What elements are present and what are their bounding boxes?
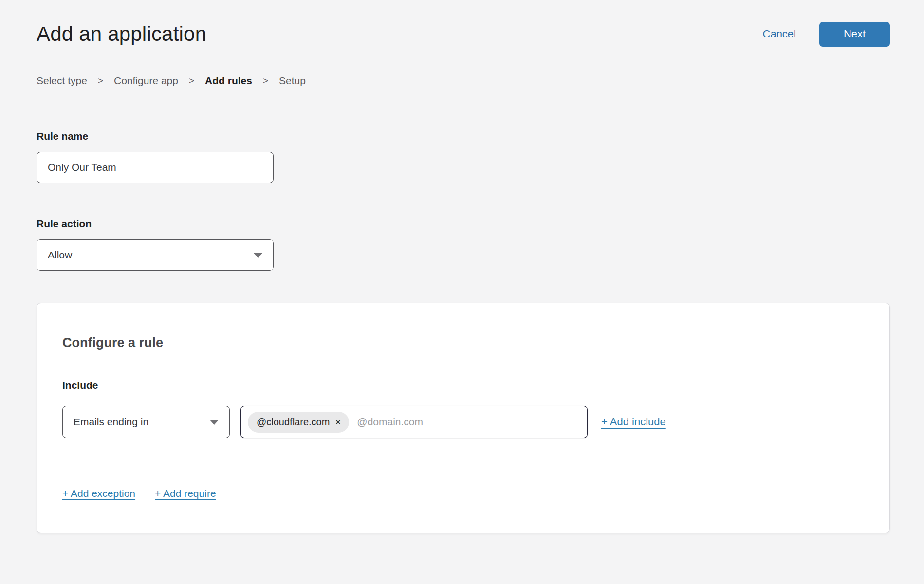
chevron-down-icon (210, 420, 219, 425)
add-application-page: Add an application Cancel Next Select ty… (0, 20, 924, 533)
breadcrumb-separator: > (98, 75, 103, 86)
add-include-link[interactable]: + Add include (601, 416, 666, 428)
rule-action-label: Rule action (37, 218, 890, 230)
rule-name-field: Rule name (37, 130, 890, 183)
add-exception-link[interactable]: + Add exception (62, 488, 135, 499)
next-button[interactable]: Next (819, 22, 890, 47)
rule-action-select[interactable]: Allow (37, 239, 274, 271)
email-domain-chip-label: @cloudflare.com (257, 417, 330, 428)
cancel-button[interactable]: Cancel (763, 28, 796, 40)
rule-name-label: Rule name (37, 130, 890, 142)
include-rule-row: Emails ending in @cloudflare.com × + Add… (62, 406, 864, 438)
breadcrumb: Select type > Configure app > Add rules … (37, 75, 890, 87)
rule-name-input[interactable] (37, 152, 274, 183)
include-label: Include (62, 380, 864, 391)
rule-action-field: Rule action Allow (37, 218, 890, 271)
include-value-input[interactable]: @cloudflare.com × (240, 406, 588, 438)
email-domain-text-input[interactable] (357, 416, 580, 428)
chevron-down-icon (254, 253, 262, 258)
add-require-link[interactable]: + Add require (155, 488, 216, 499)
configure-rule-card: Configure a rule Include Emails ending i… (37, 303, 890, 533)
include-selector-select[interactable]: Emails ending in (62, 406, 230, 438)
page-title: Add an application (37, 22, 206, 46)
include-selector-value: Emails ending in (74, 416, 148, 428)
breadcrumb-separator: > (189, 75, 194, 86)
rule-card-links: + Add exception + Add require (62, 488, 864, 499)
rule-action-selected-value: Allow (48, 249, 72, 261)
breadcrumb-step-setup[interactable]: Setup (279, 75, 306, 87)
breadcrumb-step-add-rules[interactable]: Add rules (205, 75, 252, 87)
header-actions: Cancel Next (763, 22, 890, 47)
breadcrumb-separator: > (263, 75, 268, 86)
breadcrumb-step-select-type[interactable]: Select type (37, 75, 87, 87)
chip-remove-icon[interactable]: × (335, 418, 340, 426)
email-domain-chip: @cloudflare.com × (248, 412, 349, 433)
page-header: Add an application Cancel Next (37, 20, 890, 48)
configure-rule-title: Configure a rule (62, 335, 864, 350)
breadcrumb-step-configure-app[interactable]: Configure app (114, 75, 178, 87)
